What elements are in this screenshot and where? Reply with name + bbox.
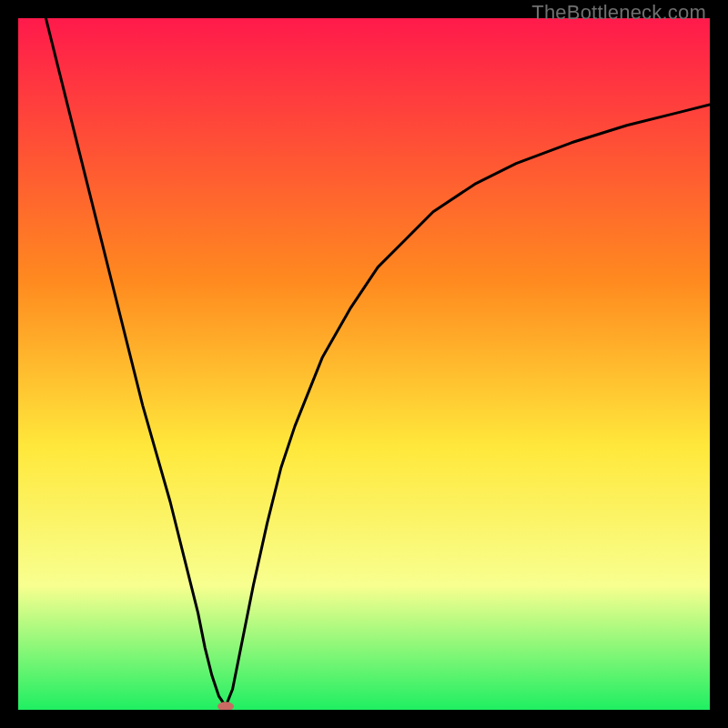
gradient-background (18, 18, 710, 710)
chart-frame (18, 18, 710, 710)
chart-svg (18, 18, 710, 710)
watermark-text: TheBottleneck.com (531, 1, 706, 25)
